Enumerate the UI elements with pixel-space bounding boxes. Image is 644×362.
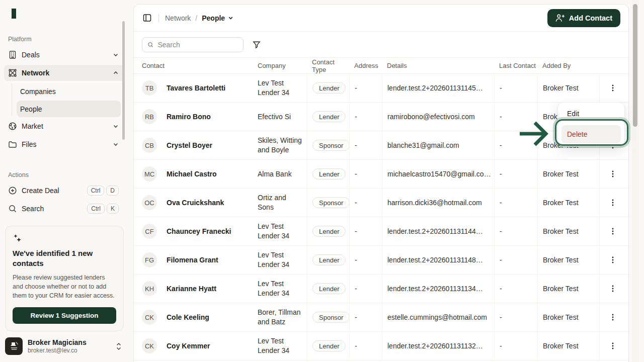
row-actions-cell: [599, 189, 620, 217]
sidebar-item-label: Companies: [20, 87, 56, 96]
menu-item-delete[interactable]: Delete: [561, 125, 621, 143]
kebab-icon: [609, 199, 616, 207]
table-row[interactable]: KH Karianne Hyatt Lev Test Lender 34 Len…: [134, 275, 628, 303]
contact-cell: CF Chauncey Franecki: [142, 217, 258, 245]
sidebar-item-files[interactable]: Files: [4, 136, 125, 152]
last-contact-cell: -: [494, 103, 537, 131]
row-actions-cell: [599, 160, 620, 188]
table-row[interactable]: CB Crystel Boyer Skiles, Witting and Boy…: [134, 131, 628, 160]
added-by-cell: Broker Test: [537, 74, 599, 102]
contact-type-cell: Lender: [307, 217, 349, 245]
search-box[interactable]: [142, 37, 244, 52]
kebab-icon: [609, 256, 616, 264]
sidebar-item-label: Network: [22, 69, 49, 77]
shortcut-keys: Ctrl D: [87, 186, 119, 196]
row-menu-button[interactable]: [607, 225, 618, 237]
main-panel: Network / People Add Contact Contact Com…: [133, 4, 629, 362]
table-row[interactable]: MC Michael Castro Alma Bank Lender - mic…: [134, 160, 628, 189]
add-contact-label: Add Contact: [569, 14, 612, 22]
review-suggestion-button[interactable]: Review 1 Suggestion: [13, 307, 116, 324]
address-cell: -: [349, 303, 382, 331]
actions-nav: Create Deal Ctrl D Search Ctrl K: [0, 183, 129, 219]
column-header-last-contact: Last Contact: [494, 62, 537, 69]
contact-cell: FG Filomena Grant: [142, 246, 258, 274]
address-cell: -: [349, 332, 382, 360]
row-menu-button[interactable]: [607, 340, 618, 352]
workspace-switcher[interactable]: Broker Magicians broker.test@lev.co: [0, 331, 129, 362]
sidebar-item-label: Deals: [22, 51, 40, 59]
row-menu-button[interactable]: [607, 168, 618, 180]
contact-type-badge: Sponsor: [312, 312, 349, 323]
table-row[interactable]: FG Filomena Grant Lev Test Lender 34 Len…: [134, 246, 628, 275]
sidebar-item-label: People: [20, 105, 42, 113]
sidebar-item-search[interactable]: Search Ctrl K: [4, 201, 125, 217]
network-subnav: Companies People: [17, 83, 121, 117]
company-cell: Alma Bank: [258, 160, 307, 188]
workspace-email: broker.test@lev.co: [28, 347, 87, 354]
last-contact-cell: -: [494, 189, 537, 217]
row-menu-button[interactable]: [607, 283, 618, 295]
table-row[interactable]: CK Coy Kemmer Lev Test Lender 34 Lender …: [134, 332, 628, 360]
breadcrumb-network[interactable]: Network: [165, 14, 191, 22]
row-menu-button[interactable]: [607, 254, 618, 266]
table-row[interactable]: CK Cole Keeling Borer, Tillman and Batz …: [134, 303, 628, 332]
sidebar-scrollbar-thumb[interactable]: [122, 21, 125, 140]
row-menu-button[interactable]: [607, 82, 618, 94]
breadcrumb-people-dropdown[interactable]: People: [202, 14, 233, 22]
contact-type-cell: Lender: [307, 275, 349, 303]
filter-button[interactable]: [251, 39, 263, 51]
page-title: People: [202, 14, 225, 22]
contact-cell: TB Tavares Bartoletti: [142, 74, 258, 102]
avatar: MC: [142, 166, 157, 182]
globe-icon: [8, 122, 17, 131]
details-cell: lender.test.2+202601131145…: [382, 74, 494, 102]
sidebar-item-deals[interactable]: Deals: [4, 47, 125, 63]
sidebar-item-market[interactable]: Market: [4, 118, 125, 134]
details-cell: harrison.dicki36@hotmail.com: [382, 189, 494, 217]
details-cell: lender.test.2+202601131148…: [382, 246, 494, 274]
last-contact-cell: -: [494, 275, 537, 303]
sidebar-item-companies[interactable]: Companies: [17, 83, 121, 100]
sidebar-item-network[interactable]: Network: [4, 65, 125, 81]
last-contact-cell: -: [494, 246, 537, 274]
table-row[interactable]: OC Ova Cruickshank Ortiz and Sons Sponso…: [134, 189, 628, 217]
contact-type-badge: Sponsor: [312, 197, 349, 208]
table-row[interactable]: CF Chauncey Franecki Lev Test Lender 34 …: [134, 217, 628, 246]
search-input[interactable]: [157, 41, 238, 49]
kbd-ctrl: Ctrl: [87, 186, 105, 196]
kebab-icon: [609, 342, 616, 350]
column-header-company: Company: [258, 62, 307, 69]
contact-name: Crystel Boyer: [167, 141, 212, 149]
contact-type-cell: Lender: [307, 160, 349, 188]
row-menu-button[interactable]: [607, 197, 618, 209]
last-contact-cell: -: [494, 332, 537, 360]
contact-name: Ova Cruickshank: [167, 199, 224, 207]
contact-type-cell: Lender: [307, 246, 349, 274]
row-actions-cell: [599, 332, 620, 360]
plus-circle-icon: [8, 186, 17, 195]
table-row[interactable]: RB Ramiro Bono Efectivo Si Lender - rami…: [134, 103, 628, 131]
sidebar-toggle-button[interactable]: [142, 13, 152, 23]
sidebar-item-create-deal[interactable]: Create Deal Ctrl D: [4, 183, 125, 199]
add-contact-button[interactable]: Add Contact: [547, 9, 620, 27]
sidebar-item-people[interactable]: People: [17, 101, 121, 117]
contact-type-cell: Sponsor: [307, 189, 349, 217]
company-cell: Skiles, Witting and Boyle: [258, 131, 307, 159]
menu-item-edit[interactable]: Edit: [561, 106, 621, 122]
table-row[interactable]: TB Tavares Bartoletti Lev Test Lender 34…: [134, 74, 628, 103]
page-header: Network / People Add Contact: [134, 5, 628, 32]
chevron-down-icon: [113, 123, 119, 129]
contact-type-badge: Sponsor: [312, 140, 349, 151]
contact-type-badge: Lender: [312, 340, 346, 351]
divider: [158, 14, 159, 22]
details-cell: ramirobono@efectivosi.com: [382, 103, 494, 131]
avatar: FG: [142, 252, 157, 267]
kbd-ctrl: Ctrl: [87, 204, 105, 214]
details-cell: lender.test.2+202601131144…: [382, 217, 494, 245]
page-scrollbar-thumb[interactable]: [633, 4, 637, 127]
sidebar-item-label: Create Deal: [22, 187, 59, 195]
address-cell: -: [349, 217, 382, 245]
row-menu-button[interactable]: [607, 311, 618, 323]
kebab-icon: [609, 227, 616, 235]
table-body: TB Tavares Bartoletti Lev Test Lender 34…: [134, 74, 628, 360]
